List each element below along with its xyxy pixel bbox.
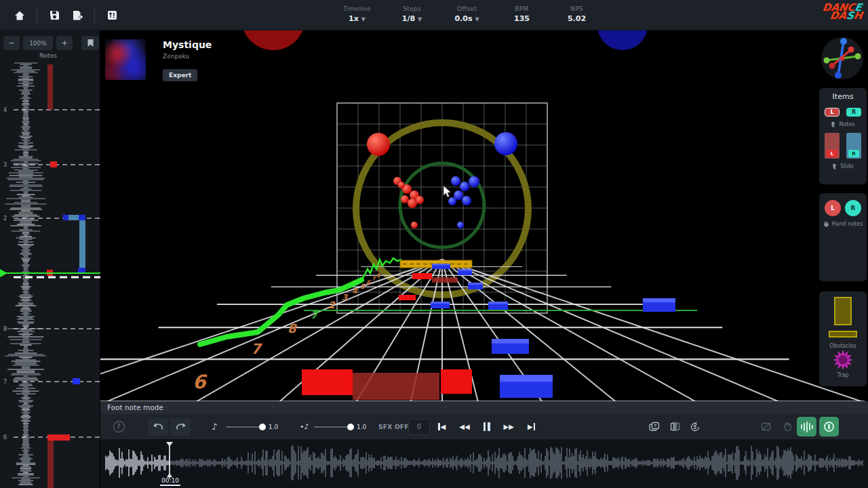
chevron-down-icon: ▼ — [475, 16, 479, 22]
floor-note-red[interactable] — [441, 369, 472, 394]
note-ball-red[interactable] — [416, 196, 424, 204]
large-note-ball-blue[interactable] — [494, 132, 517, 155]
nps-field: NPS 5.02 — [549, 0, 604, 30]
notes-label: Notes — [839, 121, 854, 127]
slide-right-button[interactable]: R — [846, 133, 861, 159]
adjust-icon — [106, 9, 118, 21]
skip-to-end-button[interactable]: ▶ — [528, 423, 535, 430]
album-art — [105, 39, 146, 80]
floor-note-red[interactable] — [353, 373, 439, 400]
sfx-volume-slider[interactable] — [314, 426, 351, 428]
floor-note-red[interactable] — [432, 277, 458, 283]
pause-button[interactable] — [484, 422, 490, 431]
help-button[interactable]: ? — [110, 418, 127, 436]
note-left-button[interactable]: L — [825, 108, 840, 117]
offset-field[interactable]: Offset 0.0s▼ — [439, 0, 494, 30]
note-ball-red[interactable] — [408, 199, 417, 208]
steps-field[interactable]: Steps 1/8▼ — [384, 0, 439, 30]
track-note[interactable] — [63, 215, 69, 220]
track-playhead-marker[interactable] — [0, 269, 7, 277]
note-ball-blue[interactable] — [460, 182, 469, 191]
track-note[interactable] — [68, 215, 80, 220]
track-note[interactable] — [47, 434, 70, 441]
floor-note-red[interactable] — [399, 295, 416, 300]
undo-button[interactable] — [148, 418, 168, 436]
save-icon — [49, 9, 60, 21]
sfx-volume-value: 1.0 — [357, 424, 366, 430]
floor-note-red[interactable] — [412, 273, 432, 279]
home-button[interactable] — [8, 5, 31, 26]
grab-tool-button[interactable] — [778, 418, 796, 436]
note-ball-blue[interactable] — [469, 176, 479, 187]
beat-label: 4 — [3, 107, 7, 113]
music-volume-slider[interactable] — [226, 426, 263, 428]
trap-button[interactable] — [819, 350, 867, 372]
save-button[interactable] — [43, 5, 66, 26]
track-zoom-value[interactable]: 100% — [23, 36, 53, 50]
obstacles-label: Obstacles — [819, 343, 867, 349]
track-note[interactable] — [47, 64, 53, 110]
skip-start-icon: ◀ — [441, 423, 446, 430]
track-zoom-out-button[interactable]: − — [3, 36, 20, 50]
audio-timeline[interactable]: 00:10 — [100, 439, 868, 488]
floor-note-red[interactable] — [302, 369, 353, 395]
undo-icon — [153, 422, 163, 431]
track-note[interactable] — [47, 441, 54, 488]
beat-label: 2 — [3, 216, 7, 222]
track-zoom-in-button[interactable]: + — [56, 36, 73, 50]
note-ball-blue[interactable] — [462, 196, 471, 205]
note-right-button[interactable]: R — [846, 108, 861, 117]
track-note[interactable] — [73, 378, 80, 384]
near-ball — [597, 30, 648, 50]
preview-toggle-button[interactable] — [819, 417, 839, 436]
note-ball-red[interactable] — [398, 182, 405, 188]
redo-button[interactable] — [170, 418, 191, 436]
rewind-button[interactable]: ◀◀ — [459, 423, 469, 430]
obstacle-tall-button[interactable] — [834, 297, 852, 325]
skip-to-start-button[interactable]: ◀ — [438, 423, 446, 430]
redo-icon — [176, 422, 186, 431]
mouse-cursor — [443, 185, 452, 201]
beat-label: 6 — [3, 434, 7, 441]
fast-forward-button[interactable]: ▶▶ — [504, 423, 514, 430]
bookmark-button[interactable] — [81, 36, 99, 50]
export-button[interactable] — [66, 5, 89, 26]
slide-label: Slide — [840, 163, 854, 169]
obstacle-wide-button[interactable] — [829, 331, 857, 338]
track-note[interactable] — [50, 161, 57, 167]
track-note[interactable] — [79, 215, 85, 220]
orientation-gizmo[interactable] — [821, 37, 864, 83]
beat-label: 8 — [3, 326, 7, 332]
audio-waveform-canvas[interactable]: 00:10 — [100, 439, 868, 488]
slide-right-badge: R — [848, 150, 859, 157]
hand-note-left-button[interactable]: L — [825, 200, 841, 216]
note-ball-blue[interactable] — [457, 222, 464, 228]
timeline-label: Timeline — [330, 5, 384, 12]
sfx-offset-input[interactable] — [408, 419, 430, 435]
mirror-button[interactable] — [666, 418, 684, 436]
help-icon: ? — [113, 421, 125, 432]
sfx-volume-knob[interactable] — [347, 424, 354, 430]
scene-viewport[interactable]: 67872345678 Mystique Zenpaku Expert — [100, 30, 868, 401]
sync-button[interactable] — [686, 418, 704, 436]
beat-number-3d: 6 — [366, 279, 371, 286]
large-note-ball-red[interactable] — [367, 133, 390, 156]
slide-left-button[interactable]: L — [825, 133, 840, 159]
duplicate-button[interactable] — [646, 418, 663, 436]
track-note[interactable] — [79, 220, 85, 269]
playhead-top-marker[interactable] — [166, 442, 173, 447]
preview-icon — [824, 422, 834, 432]
note-ball-blue[interactable] — [451, 176, 460, 186]
toggle-grid-button[interactable] — [757, 418, 774, 436]
timeline-speed-field[interactable]: Timeline 1x▼ — [330, 0, 384, 30]
music-volume-knob[interactable] — [259, 424, 266, 430]
adjust-button[interactable] — [100, 5, 123, 26]
note-track-canvas[interactable]: Notes432876 — [0, 30, 100, 488]
note-ball-red[interactable] — [401, 195, 409, 203]
trap-label: Trap — [819, 372, 867, 378]
hand-note-right-button[interactable]: R — [845, 200, 861, 216]
timestamp-label: 00:10 — [161, 477, 179, 484]
offset-value: 0.0s — [454, 14, 472, 23]
waveform-toggle-button[interactable] — [797, 417, 816, 436]
note-ball-red[interactable] — [411, 222, 418, 228]
